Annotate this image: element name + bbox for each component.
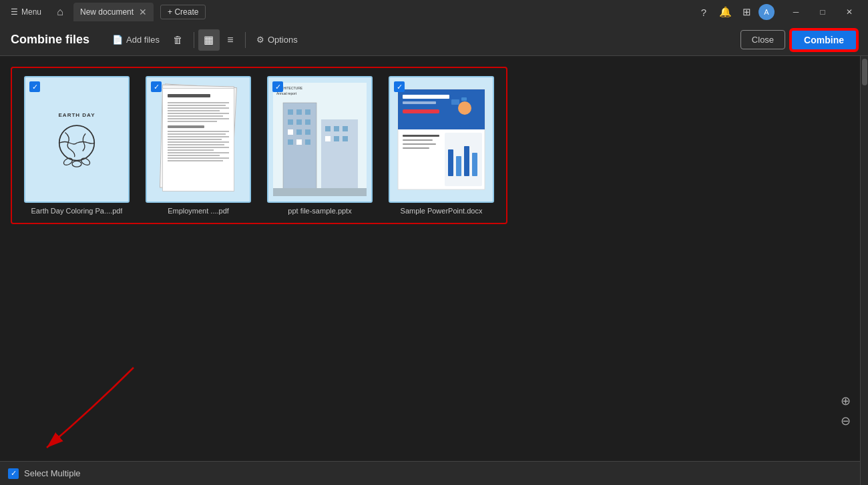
help-button[interactable]: ?: [694, 3, 713, 21]
avatar[interactable]: A: [758, 4, 775, 20]
files-container: ✓ EARTH DAY: [11, 67, 507, 224]
file-name: Sample PowerPoint.docx: [401, 207, 483, 215]
file-checkbox[interactable]: ✓: [394, 81, 405, 92]
combine-button[interactable]: Combine: [791, 29, 857, 51]
bottom-bar: ✓ Select Multiple: [0, 461, 860, 485]
list-item[interactable]: ✓: [142, 76, 255, 215]
title-bar-right: ? 🔔 ⊞ A ─ □ ✕: [694, 1, 863, 23]
building-svg: ARCHITECTURE Annual report: [273, 83, 367, 196]
apps-icon: ⊞: [742, 6, 751, 18]
select-multiple-checkbox[interactable]: ✓: [8, 468, 19, 479]
toolbar-divider-2: [245, 32, 246, 48]
bell-icon: 🔔: [719, 6, 732, 18]
grid-view-button[interactable]: ▦: [198, 29, 220, 51]
home-icon: ⌂: [57, 6, 63, 18]
close-window-button[interactable]: ✕: [836, 1, 863, 23]
title-bar: ☰ Menu ⌂ New document ✕ + Create ? 🔔 ⊞ A…: [0, 0, 868, 24]
svg-rect-32: [403, 95, 449, 99]
svg-rect-39: [403, 135, 439, 137]
delete-button[interactable]: 🗑: [166, 30, 190, 49]
earth-svg: [53, 121, 100, 167]
scrollbar[interactable]: [860, 56, 868, 485]
file-area: ✓ EARTH DAY: [0, 56, 860, 485]
file-name: Earth Day Coloring Pa....pdf: [31, 207, 123, 215]
svg-rect-10: [288, 119, 293, 125]
close-button[interactable]: Close: [740, 30, 785, 49]
svg-rect-34: [403, 109, 439, 113]
arrow-annotation: [0, 354, 167, 461]
add-files-label: Add files: [126, 35, 160, 45]
svg-rect-26: [273, 188, 367, 196]
svg-rect-18: [305, 139, 310, 145]
file-thumbnail: ✓: [267, 76, 373, 203]
svg-rect-16: [288, 139, 293, 145]
notifications-button[interactable]: 🔔: [716, 3, 734, 21]
file-thumbnail: ✓: [146, 76, 251, 203]
svg-point-1: [63, 156, 73, 166]
menu-icon: ☰: [11, 7, 18, 17]
svg-rect-47: [472, 153, 477, 176]
options-label: Options: [268, 35, 298, 45]
minimize-button[interactable]: ─: [783, 1, 809, 23]
main-content: ✓ EARTH DAY: [0, 56, 868, 485]
avatar-initial: A: [764, 8, 769, 16]
svg-rect-46: [464, 146, 469, 176]
svg-rect-7: [288, 109, 293, 115]
home-button[interactable]: ⌂: [51, 3, 69, 21]
document-tab[interactable]: New document ✕: [73, 3, 154, 21]
toolbar-divider-1: [194, 32, 194, 48]
svg-rect-42: [403, 147, 429, 149]
svg-rect-11: [296, 119, 302, 125]
svg-rect-5: [283, 103, 316, 189]
list-item[interactable]: ✓: [263, 76, 377, 215]
list-view-button[interactable]: ≡: [220, 29, 241, 51]
svg-rect-8: [296, 109, 302, 115]
file-thumbnail: ✓: [389, 76, 494, 203]
toolbar: Combine files 📄 Add files 🗑 ▦ ≡ ⚙ Option…: [0, 24, 868, 56]
svg-rect-45: [456, 156, 461, 176]
earth-thumb: EARTH DAY: [37, 86, 117, 193]
settings-icon: ⚙: [256, 35, 264, 45]
select-multiple-label: Select Multiple: [24, 468, 81, 478]
svg-rect-33: [403, 101, 436, 104]
svg-point-35: [458, 101, 471, 115]
add-files-button[interactable]: 📄 Add files: [105, 31, 166, 49]
zoom-out-button[interactable]: ⊖: [839, 414, 852, 428]
list-icon: ≡: [227, 34, 233, 46]
create-label: + Create: [168, 7, 198, 17]
svg-rect-23: [325, 136, 331, 141]
file-checkbox[interactable]: ✓: [29, 81, 40, 92]
menu-button[interactable]: ☰ Menu: [5, 5, 47, 19]
svg-rect-38: [461, 97, 467, 101]
svg-rect-12: [305, 119, 310, 125]
svg-rect-9: [305, 109, 310, 115]
create-button[interactable]: + Create: [160, 5, 206, 19]
zoom-in-button[interactable]: ⊕: [839, 394, 852, 408]
options-button[interactable]: ⚙ Options: [250, 31, 304, 49]
file-checkbox[interactable]: ✓: [272, 81, 283, 92]
grid-icon: ▦: [204, 33, 214, 46]
page-title: Combine files: [11, 33, 89, 47]
file-thumbnail: ✓ EARTH DAY: [24, 76, 130, 203]
scrollbar-thumb[interactable]: [862, 59, 867, 85]
svg-point-3: [80, 156, 91, 166]
svg-rect-44: [448, 149, 453, 176]
list-item[interactable]: ✓ EARTH DAY: [20, 76, 134, 215]
svg-rect-36: [459, 115, 470, 127]
add-files-icon: 📄: [112, 35, 123, 45]
svg-rect-15: [305, 129, 310, 135]
list-item[interactable]: ✓: [385, 76, 498, 215]
svg-rect-25: [343, 136, 348, 141]
zoom-controls: ⊕ ⊖: [852, 456, 860, 461]
svg-rect-40: [403, 139, 433, 141]
file-name: Employment ....pdf: [168, 207, 229, 215]
toolbar-right: Close Combine: [740, 29, 857, 51]
svg-rect-21: [334, 126, 339, 131]
svg-rect-41: [403, 143, 436, 145]
tab-label: New document: [80, 7, 134, 17]
tab-close-button[interactable]: ✕: [139, 7, 147, 17]
apps-button[interactable]: ⊞: [737, 3, 756, 21]
maximize-button[interactable]: □: [809, 1, 836, 23]
file-name: ppt file-sample.pptx: [288, 207, 351, 215]
svg-rect-20: [325, 126, 331, 131]
